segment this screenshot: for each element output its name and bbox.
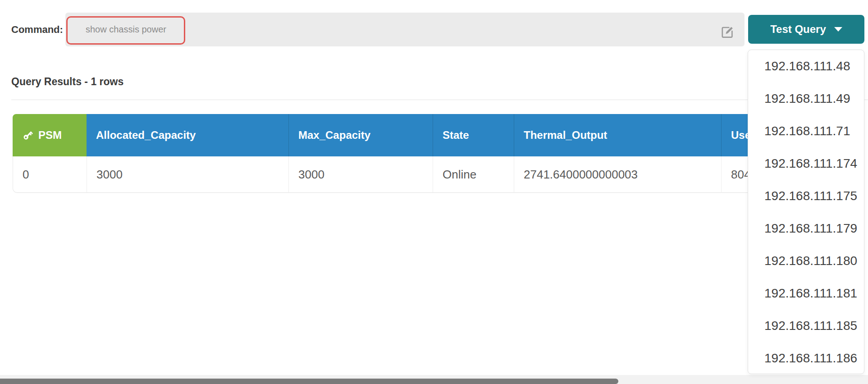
test-query-label: Test Query [770,23,826,36]
column-header-label: PSM [38,129,62,142]
cell-allocated-capacity: 3000 [87,156,288,193]
host-dropdown-menu: 192.168.111.48 192.168.111.49 192.168.11… [748,50,864,374]
page: Command: Test Query 192.168.111.48 192.1… [0,0,868,384]
dropdown-item-host[interactable]: 192.168.111.181 [748,277,864,310]
cell-thermal-output: 2741.6400000000003 [514,156,721,193]
dropdown-item-host[interactable]: 192.168.111.71 [748,115,864,147]
column-header-state: State [433,114,514,156]
command-label: Command: [11,13,63,46]
query-results-heading: Query Results - 1 rows [11,76,123,88]
horizontal-scrollbar-thumb[interactable] [0,379,618,384]
cell-state: Online [433,156,514,193]
key-icon [22,129,34,141]
dropdown-item-host[interactable]: 192.168.111.179 [748,212,864,245]
dropdown-item-host[interactable]: 192.168.111.48 [748,50,864,82]
cell-psm: 0 [13,156,87,193]
edit-pencil-square-icon[interactable] [720,25,735,39]
dropdown-item-host[interactable]: 192.168.111.186 [748,342,864,374]
column-header-thermal-output: Thermal_Output [514,114,721,156]
dropdown-item-host[interactable]: 192.168.111.175 [748,180,864,212]
horizontal-scrollbar-track[interactable] [0,375,868,384]
dropdown-item-host[interactable]: 192.168.111.49 [748,82,864,115]
column-header-psm: PSM [13,114,87,156]
table-row: 0 3000 3000 Online 2741.6400000000003 80… [13,156,861,193]
heading-divider [11,100,868,100]
caret-down-icon [834,27,842,32]
dropdown-item-host[interactable]: 192.168.111.174 [748,147,864,180]
command-input[interactable] [66,16,184,43]
dropdown-item-host[interactable]: 192.168.111.180 [748,245,864,277]
dropdown-item-host[interactable]: 192.168.111.185 [748,310,864,342]
query-results-table: PSM Allocated_Capacity Max_Capacity Stat… [13,114,861,193]
table-header-row: PSM Allocated_Capacity Max_Capacity Stat… [13,114,861,156]
column-header-allocated-capacity: Allocated_Capacity [87,114,288,156]
column-header-max-capacity: Max_Capacity [288,114,433,156]
command-bar [65,13,745,46]
test-query-button[interactable]: Test Query [748,15,864,44]
cell-max-capacity: 3000 [288,156,433,193]
